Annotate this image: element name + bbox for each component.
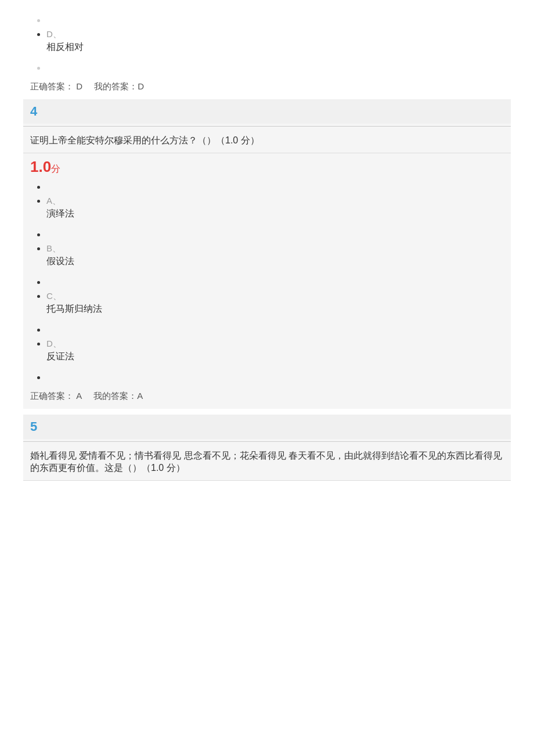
prev-option-d-text: 相反相对 (46, 40, 511, 59)
option-b-text: 假设法 (46, 254, 511, 273)
prev-my-answer: 我的答案：D (94, 81, 144, 91)
option-b: B、 假设法 (46, 243, 511, 273)
option-a-after (46, 229, 511, 240)
prev-correct-answer: 正确答案： D (30, 81, 82, 91)
question-5-divider (23, 441, 511, 442)
question-4-score-line: 1.0分 (23, 153, 511, 178)
prev-option-d-label: D、 (46, 29, 62, 39)
question-4-block: 4 证明上帝全能安特尔穆采用的什么方法？（）（1.0 分） 1.0分 A、 演绎… (23, 99, 511, 409)
option-a-label: A、 (46, 196, 61, 206)
option-a-bullet (46, 182, 511, 192)
question-4-divider (23, 126, 511, 127)
option-d: D、 反证法 (46, 339, 511, 369)
prev-bullet-empty-2 (46, 63, 511, 73)
prev-options-list: D、 相反相对 (23, 15, 511, 73)
option-d-after (46, 372, 511, 383)
question-5-block: 5 婚礼看得见 爱情看不见；情书看得见 思念看不见；花朵看得见 春天看不见，由此… (23, 415, 511, 481)
question-4-header: 4 (23, 99, 511, 124)
prev-bullet-empty-1 (46, 15, 511, 26)
question-4-options: A、 演绎法 B、 假设法 C、 托马斯归纳法 D、 反证法 (23, 182, 511, 383)
question-5-text: 婚礼看得见 爱情看不见；情书看得见 思念看不见；花朵看得见 春天看不见，由此就得… (23, 444, 511, 481)
option-c-label: C、 (46, 291, 62, 301)
option-c-text: 托马斯归纳法 (46, 302, 511, 321)
question-5-number: 5 (30, 419, 37, 434)
question-4-my-answer: 我的答案：A (93, 391, 143, 401)
question-4-text: 证明上帝全能安特尔穆采用的什么方法？（）（1.0 分） (23, 129, 511, 153)
option-a-text: 演绎法 (46, 207, 511, 226)
option-b-after (46, 277, 511, 287)
question-4-number: 4 (30, 104, 37, 118)
question-4-answer: 正确答案： A 我的答案：A (23, 386, 511, 409)
prev-answer: 正确答案： D 我的答案：D (23, 77, 511, 99)
option-a: A、 演绎法 (46, 196, 511, 226)
question-4-score-value: 1.0 (30, 158, 51, 175)
option-d-label: D、 (46, 339, 62, 348)
option-c: C、 托马斯归纳法 (46, 291, 511, 321)
prev-option-d: D、 相反相对 (46, 29, 511, 59)
option-d-text: 反证法 (46, 350, 511, 369)
question-5-header: 5 (23, 415, 511, 439)
option-b-label: B、 (46, 243, 61, 253)
option-c-after (46, 325, 511, 335)
question-4-correct-answer: 正确答案： A (30, 391, 82, 401)
question-4-score-unit: 分 (51, 164, 60, 174)
